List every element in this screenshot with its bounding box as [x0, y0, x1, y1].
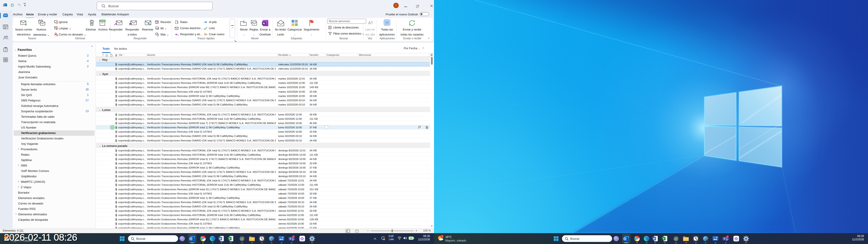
svg-text:W: W	[219, 238, 221, 240]
svg-text:A: A	[368, 20, 371, 25]
svg-text:3: 3	[727, 236, 728, 238]
svg-text:X: X	[229, 238, 230, 240]
svg-text:T: T	[723, 238, 725, 240]
svg-text:W: W	[653, 238, 655, 240]
svg-text:1: 1	[441, 235, 443, 238]
svg-text:X: X	[663, 238, 664, 240]
svg-text:T: T	[289, 238, 291, 240]
svg-text:3: 3	[293, 236, 294, 238]
svg-text:N: N	[263, 22, 265, 25]
